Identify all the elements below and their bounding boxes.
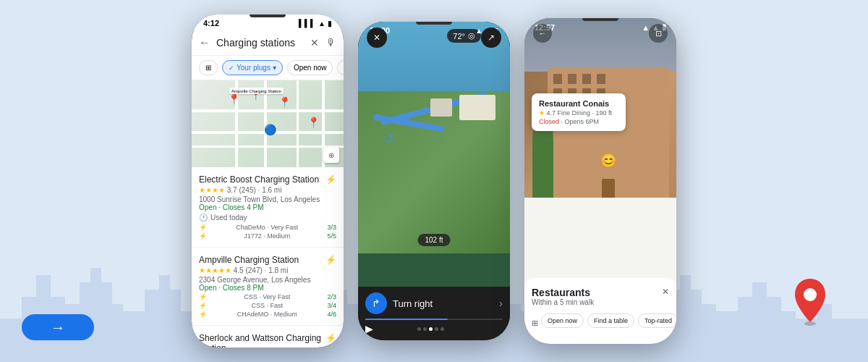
station-2-reviews: (247) · 1.8 mi — [245, 266, 288, 274]
station-2-address: 2304 George Avenue, Los Angeles — [199, 276, 336, 284]
station-1-address: 1000 Sunrise Town Blvd, Los Angeles — [199, 195, 336, 203]
find-table-filter[interactable]: Find a table — [587, 313, 634, 328]
map-area[interactable]: 📍 📍 📍 📍 🔵 Ampville Charging Station ⊕ — [192, 80, 344, 167]
station-1-stars: ★★★★ — [199, 186, 225, 194]
back-icon[interactable]: ← — [199, 36, 210, 49]
building-1 — [459, 95, 495, 120]
plug-icon-1a: ⚡ — [199, 224, 207, 231]
plug-icon-1b: ⚡ — [199, 232, 207, 240]
dot-5 — [441, 327, 444, 331]
phone1-time: 4:12 — [203, 19, 219, 28]
your-plugs-chip[interactable]: ✓ Your plugs ▾ — [222, 60, 283, 75]
phone-1: 4:12 ▍▍▍ ▲ ▮ ← Charging stations ✕ 🎙 — [192, 14, 344, 348]
nav-panel: ↱ Turn right › ▶ — [358, 287, 510, 340]
nav-dots — [417, 327, 444, 331]
station-2-name-row: Ampville Charging Station ⚡ — [199, 255, 336, 265]
road-v3 — [297, 80, 299, 167]
map-layers-btn[interactable]: ⊕ — [323, 147, 339, 163]
open-now-filter[interactable]: Open now — [541, 313, 584, 328]
progress-fill — [365, 319, 448, 320]
station-item-2[interactable]: Ampville Charging Station ⚡ ★★★★★ 4.5 (2… — [192, 248, 344, 326]
station-2-ev-icon: ⚡ — [326, 255, 336, 265]
station-3-name-row: Sherlock and Wattson Charging Station ⚡ — [199, 333, 336, 348]
turn-icon: ↱ — [365, 292, 387, 314]
nav-arrow-2: ↺ — [383, 131, 394, 147]
nav-controls: ▶ — [365, 323, 503, 334]
sheet-title: Restaurants — [532, 287, 594, 298]
station-1-rating-val: 3.7 — [227, 186, 239, 194]
popup-category: Fine Dining · 190 ft — [558, 109, 613, 117]
plug-icon-2b: ⚡ — [199, 302, 207, 309]
building-facade — [548, 68, 669, 197]
street-top-controls: ✕ ↗ — [358, 22, 510, 54]
top-rated-chip[interactable]: Top rated — [337, 60, 344, 75]
plug-icon-2a: ⚡ — [199, 293, 207, 300]
dot-3 — [429, 327, 433, 331]
station-1-ev-icon: ⚡ — [326, 174, 336, 185]
restaurant-popup: Restaurant Conais ★ 4.7 Fine Dining · 19… — [532, 93, 626, 131]
plug-type-2b: CSS · Fast — [251, 302, 283, 309]
popup-rating: ★ 4.7 Fine Dining · 190 ft — [539, 109, 618, 117]
popup-restaurant-name: Restaurant Conais — [539, 99, 618, 108]
sheet-header: Restaurants Within a 5 min walk ✕ — [532, 287, 669, 312]
window-2 — [568, 74, 576, 84]
plug-icon-2c: ⚡ — [199, 311, 207, 318]
phone-1-content: 4:12 ▍▍▍ ▲ ▮ ← Charging stations ✕ 🎙 — [192, 14, 344, 348]
nav-direction: ↱ Turn right › — [365, 292, 503, 314]
photo-top-controls: ← ⊡ — [524, 18, 676, 49]
top-rated-filter[interactable]: Top-rated — [638, 313, 676, 328]
building-photo: 12:57 ▲ ▲ ▮ ← ⊡ Restaurant Conais — [524, 18, 676, 198]
land-area: ↺ ↺ — [358, 91, 510, 253]
sheet-title-area: Restaurants Within a 5 min walk — [532, 287, 594, 312]
phone1-search-bar[interactable]: ← Charging stations ✕ 🎙 — [192, 30, 344, 56]
plug-row-1b: ⚡ J1772 · Medium 5/5 — [199, 232, 336, 240]
sheet-close-button[interactable]: ✕ — [662, 287, 669, 297]
station-2-status: Open · Closes 8 PM — [199, 284, 336, 292]
filter-options-icon: ⊞ — [532, 319, 538, 328]
station-list: Electric Boost Charging Station ⚡ ★★★★ 3… — [192, 167, 344, 348]
station-3-name: Sherlock and Wattson Charging Station — [199, 333, 326, 348]
signal-icon: ▍▍▍ — [299, 20, 316, 28]
sheet-subtitle: Within a 5 min walk — [532, 298, 594, 306]
phone-3: 12:57 ▲ ▲ ▮ ← ⊡ Restaurant Conais — [524, 18, 676, 344]
back-button[interactable]: ← — [533, 24, 552, 43]
station-item-3[interactable]: Sherlock and Wattson Charging Station ⚡ … — [192, 326, 344, 348]
map-background: 📍 📍 📍 📍 🔵 Ampville Charging Station ⊕ — [192, 80, 344, 167]
popup-open-time: · Opens 6PM — [561, 118, 600, 125]
distance-label: 102 ft — [417, 234, 450, 246]
search-bar-icons: ✕ 🎙 — [310, 37, 336, 49]
turn-info: Turn right — [393, 298, 433, 309]
dot-2 — [423, 327, 427, 331]
window-1 — [553, 74, 562, 84]
phone-2: 10:00 ▲ ▲ ▮ ✕ ↗ — [358, 22, 510, 340]
close-button[interactable]: ✕ — [367, 28, 387, 48]
gallery-button[interactable]: ⊡ — [649, 24, 668, 43]
filter-bar: ⊞ ✓ Your plugs ▾ Open now Top rated — [192, 56, 344, 80]
clear-icon[interactable]: ✕ — [310, 37, 319, 49]
station-item-1[interactable]: Electric Boost Charging Station ⚡ ★★★★ 3… — [192, 167, 344, 248]
share-button[interactable]: ↗ — [481, 28, 501, 48]
phone-3-content: 12:57 ▲ ▲ ▮ ← ⊡ Restaurant Conais — [524, 18, 676, 344]
mic-icon[interactable]: 🎙 — [326, 37, 336, 49]
window-3 — [582, 74, 591, 84]
phone1-status-icons: ▍▍▍ ▲ ▮ — [299, 20, 332, 28]
sheet-filters: Open now Find a table Top-rated More — [541, 313, 676, 328]
bottom-sheet: Restaurants Within a 5 min walk ✕ ⊞ Open… — [524, 278, 676, 344]
check-icon: ✓ — [229, 64, 234, 72]
next-arrow[interactable]: › — [499, 298, 503, 309]
facade-door — [602, 179, 615, 198]
open-now-chip[interactable]: Open now — [287, 60, 333, 75]
station-2-rating-val: 4.5 — [234, 266, 246, 274]
popup-stars: ★ — [539, 109, 545, 117]
map-pin-5: 🔵 — [264, 124, 276, 135]
popup-closed-text: Closed — [539, 118, 559, 125]
open-now-label: Open now — [294, 64, 327, 72]
station-3-ev-icon: ⚡ — [326, 333, 336, 343]
station-1-status: Open · Closes 4 PM — [199, 203, 336, 211]
filter-options[interactable]: ⊞ — [199, 60, 218, 75]
play-button[interactable]: ▶ — [365, 323, 373, 334]
plug-type-1b: J1772 · Medium — [244, 232, 290, 240]
station-1-name: Electric Boost Charging Station — [199, 174, 319, 185]
station-1-reviews: (245) · 1.6 mi — [239, 186, 281, 194]
battery-icon: ▮ — [328, 20, 332, 28]
